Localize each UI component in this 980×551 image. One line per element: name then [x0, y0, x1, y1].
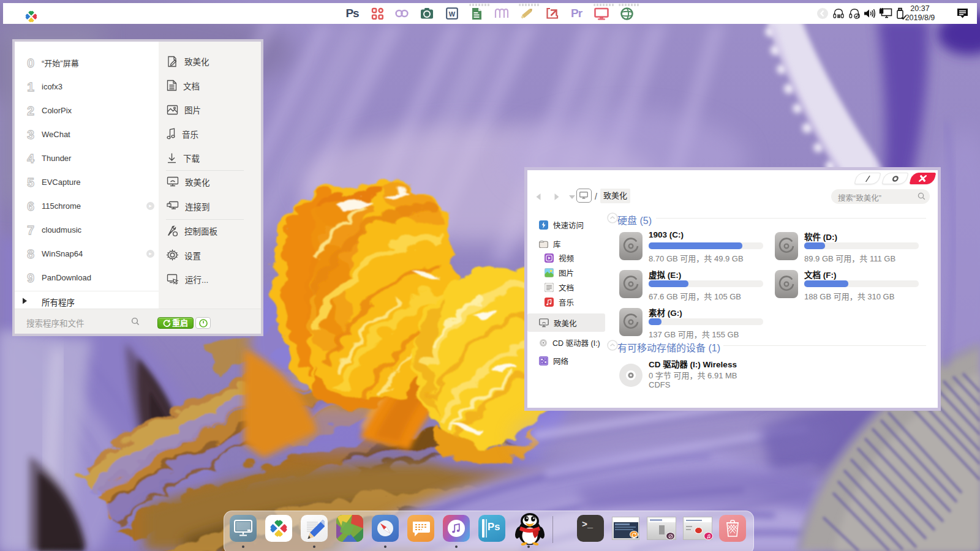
svg-text:W: W: [449, 10, 456, 18]
